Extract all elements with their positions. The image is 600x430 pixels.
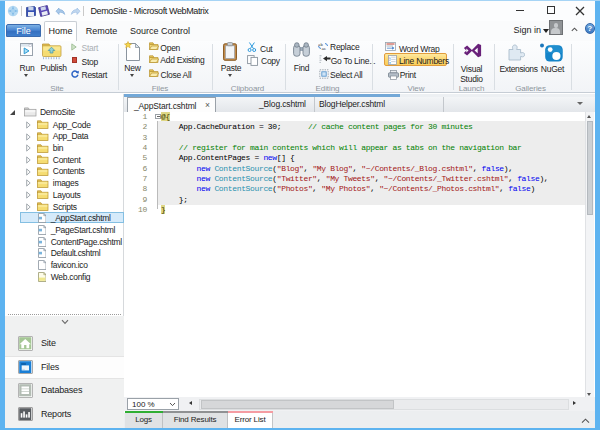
svg-text:ac: ac: [321, 46, 326, 49]
svg-text:3: 3: [389, 61, 391, 65]
